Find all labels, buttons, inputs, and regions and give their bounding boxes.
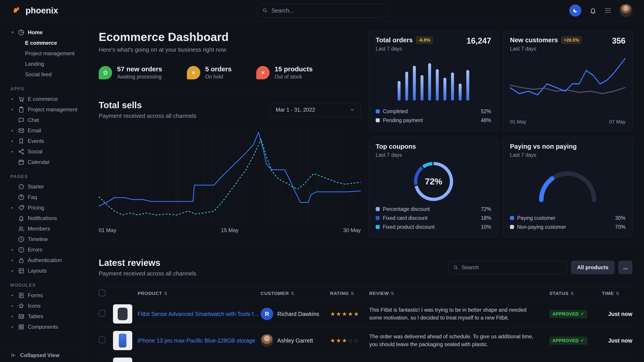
row-checkbox[interactable] xyxy=(99,337,106,343)
sidebar-item-events[interactable]: ▸Events xyxy=(10,136,86,146)
stat-value: 15 products xyxy=(274,65,312,73)
sidebar-item-notifications[interactable]: Notifications xyxy=(10,213,86,223)
customer-avatar-photo xyxy=(261,334,273,347)
sidebar-item-starter[interactable]: Starter xyxy=(10,181,86,192)
notifications-bell-icon[interactable] xyxy=(590,7,596,14)
sidebar-item-icons[interactable]: ▸Icons xyxy=(10,301,86,311)
sort-icon: ⇅ xyxy=(391,291,394,296)
card-period: Last 7 days xyxy=(510,46,582,52)
sidebar-item-email[interactable]: ▸Email xyxy=(10,125,86,136)
sidebar-item-project-management[interactable]: ▸Project management xyxy=(10,104,86,115)
column-header-product[interactable]: PRODUCT⇅ xyxy=(113,291,261,296)
caret-right-icon: ▸ xyxy=(10,107,15,112)
sidebar-item-tables[interactable]: ▸Tables xyxy=(10,311,86,322)
brand[interactable]: phoenix xyxy=(12,5,58,16)
sidebar-subitem-project-management[interactable]: Project management xyxy=(10,48,86,58)
global-search[interactable] xyxy=(256,3,388,17)
sidebar-item-chat[interactable]: Chat xyxy=(10,115,86,125)
caret-right-icon: ▸ xyxy=(10,268,15,273)
row-checkbox[interactable] xyxy=(99,310,106,317)
divider xyxy=(99,90,361,90)
legend-value: 72% xyxy=(481,206,491,212)
column-header-status[interactable]: STATUS⇅ xyxy=(549,291,602,296)
legend-bullet xyxy=(376,109,380,113)
product-link[interactable]: iPhone 13 pro max-Pacific Blue-128GB sto… xyxy=(138,338,255,344)
sidebar-item-layouts[interactable]: ▸Layouts xyxy=(10,265,86,276)
sidebar-item-authentication[interactable]: ▸Authentication xyxy=(10,255,86,265)
reviews-search[interactable] xyxy=(448,261,567,274)
sidebar-item-faq[interactable]: Faq xyxy=(10,192,86,202)
legend-bullet xyxy=(376,118,380,122)
sidebar-subitem-landing[interactable]: Landing xyxy=(10,58,86,69)
review-time: Just now xyxy=(602,338,632,344)
moon-icon xyxy=(572,7,578,14)
sidebar-item-label: Components xyxy=(28,324,58,330)
envelope-icon xyxy=(18,127,24,134)
apps-grid-icon[interactable] xyxy=(604,7,611,14)
legend-bullet xyxy=(376,225,380,229)
user-avatar[interactable] xyxy=(620,4,632,17)
card-period: Last 7 days xyxy=(376,46,433,52)
legend-label: Completed xyxy=(383,108,408,114)
sidebar-item-components[interactable]: ▸Components xyxy=(10,322,86,332)
sidebar-item-label: Social xyxy=(28,148,42,155)
collapse-view-label: Collapsed View xyxy=(20,352,60,359)
product-link[interactable]: Fitbit Sense Advanced Smartwatch with To… xyxy=(138,311,261,317)
sidebar-item-label: Layouts xyxy=(28,268,46,274)
card-value: 356 xyxy=(612,36,626,46)
sidebar-subitem-social-feed[interactable]: Social feed xyxy=(10,69,86,80)
tag-icon xyxy=(18,204,24,211)
sidebar-item-label: Members xyxy=(28,226,50,232)
legend-completed: Completed 52% xyxy=(376,107,491,116)
latest-reviews-section: Latest reviews Payment received across a… xyxy=(99,248,632,362)
legend-value: 48% xyxy=(481,117,491,123)
sidebar-item-social[interactable]: ▸Social xyxy=(10,146,86,157)
reviews-search-input[interactable] xyxy=(462,264,562,271)
sidebar-item-errors[interactable]: ▸Errors xyxy=(10,244,86,255)
alert-icon xyxy=(18,246,24,253)
x-label: 07 May xyxy=(609,119,626,125)
column-header-rating[interactable]: RATING⇅ xyxy=(330,291,369,296)
legend-fixed-product-discount: Fixed product discount 10% xyxy=(376,223,491,231)
search-icon xyxy=(262,7,268,13)
sidebar-item-members[interactable]: Members xyxy=(10,223,86,234)
caret-right-icon: ▸ xyxy=(10,325,15,329)
sidebar-item-label: Faq xyxy=(28,194,37,200)
sidebar-item-home[interactable]: ▾Home xyxy=(10,27,86,37)
more-options-button[interactable]: ... xyxy=(618,261,632,274)
caret-right-icon: ▸ xyxy=(10,205,15,210)
global-search-input[interactable] xyxy=(272,7,382,14)
column-header-customer[interactable]: CUSTOMER⇅ xyxy=(261,291,330,296)
sidebar-item-label: Home xyxy=(28,29,43,35)
sidebar-subitem-e-commerce[interactable]: E commerce xyxy=(10,37,86,48)
all-products-button[interactable]: All products xyxy=(571,261,614,274)
clipboard-icon xyxy=(18,106,24,113)
column-header-review[interactable]: REVIEW⇅ xyxy=(369,291,549,296)
trend-badge: +26.5% xyxy=(561,36,582,44)
legend-pending-payment: Pending payment 48% xyxy=(376,116,491,125)
legend-value: 70% xyxy=(615,224,626,230)
star-bubble-icon xyxy=(99,66,112,79)
sidebar-item-pricing[interactable]: ▸Pricing xyxy=(10,202,86,213)
sidebar-item-timeline[interactable]: Timeline xyxy=(10,234,86,244)
date-range-select[interactable]: Mar 1 - 31, 2022 xyxy=(270,103,361,117)
theme-toggle-button[interactable] xyxy=(569,4,581,16)
sidebar-item-label: Icons xyxy=(28,303,40,309)
bookmark-icon xyxy=(18,138,24,144)
card-title: Total orders xyxy=(376,36,413,44)
collapse-icon xyxy=(10,352,16,359)
card-value: 16,247 xyxy=(466,36,491,46)
sidebar-item-label: Forms xyxy=(28,292,43,299)
sidebar-item-calendar[interactable]: Calendar xyxy=(10,157,86,167)
card-period: Last 7 days xyxy=(510,152,577,158)
column-header-time[interactable]: TIME⇅ xyxy=(602,291,632,296)
total-orders-card: Total orders -6.8% Last 7 days 16,247 xyxy=(369,30,498,131)
collapse-view-button[interactable]: Collapsed View xyxy=(0,348,86,362)
new-customers-chart xyxy=(510,54,626,116)
sidebar-item-forms[interactable]: ▸Forms xyxy=(10,290,86,301)
sidebar-section-pages: PAGES xyxy=(10,174,86,179)
select-all-checkbox[interactable] xyxy=(99,290,106,296)
product-image-phone xyxy=(113,331,132,350)
sidebar-item-e-commerce[interactable]: ▸E commerce xyxy=(10,94,86,104)
stat-on-hold: 5 orders On hold xyxy=(187,65,232,80)
